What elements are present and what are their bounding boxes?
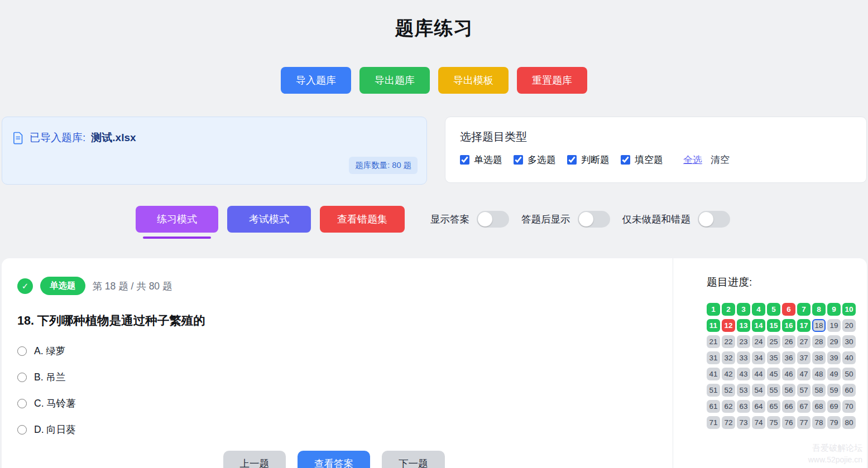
progress-cell-29[interactable]: 29 [827,335,841,348]
progress-cell-77[interactable]: 77 [797,416,811,429]
option-c-radio[interactable] [17,399,27,408]
progress-cell-59[interactable]: 59 [827,384,841,397]
progress-cell-18[interactable]: 18 [812,319,826,332]
single-choice-checkbox[interactable] [460,155,469,165]
progress-cell-76[interactable]: 76 [782,416,795,429]
progress-cell-3[interactable]: 3 [737,303,750,316]
progress-cell-2[interactable]: 2 [722,303,735,316]
progress-cell-72[interactable]: 72 [722,416,735,429]
progress-cell-20[interactable]: 20 [842,319,856,332]
progress-cell-31[interactable]: 31 [707,351,720,364]
progress-cell-41[interactable]: 41 [707,368,720,380]
type-checkbox-blank[interactable]: 填空题 [621,153,663,166]
progress-cell-36[interactable]: 36 [782,351,795,364]
progress-cell-6[interactable]: 6 [782,303,795,316]
only-undone-wrong-toggle[interactable] [698,211,730,228]
progress-cell-70[interactable]: 70 [842,400,856,413]
progress-cell-71[interactable]: 71 [707,416,720,429]
progress-cell-44[interactable]: 44 [752,368,765,380]
progress-cell-50[interactable]: 50 [842,368,856,380]
progress-cell-32[interactable]: 32 [722,351,735,364]
progress-cell-67[interactable]: 67 [797,400,811,413]
option-b-radio[interactable] [17,373,27,382]
progress-cell-37[interactable]: 37 [797,351,811,364]
progress-cell-65[interactable]: 65 [767,400,780,413]
progress-cell-60[interactable]: 60 [842,384,856,397]
progress-cell-35[interactable]: 35 [767,351,780,364]
progress-cell-19[interactable]: 19 [827,319,841,332]
progress-cell-1[interactable]: 1 [707,303,720,316]
import-bank-button[interactable]: 导入题库 [281,67,351,94]
progress-cell-79[interactable]: 79 [827,416,841,429]
progress-cell-5[interactable]: 5 [767,303,780,316]
progress-cell-58[interactable]: 58 [812,384,826,397]
type-checkbox-single[interactable]: 单选题 [460,153,502,166]
progress-cell-12[interactable]: 12 [722,319,735,332]
practice-mode-button[interactable]: 练习模式 [136,206,218,233]
view-answer-button[interactable]: 查看答案 [298,451,370,468]
progress-cell-56[interactable]: 56 [782,384,795,397]
progress-cell-55[interactable]: 55 [767,384,780,397]
option-c[interactable]: C. 马铃薯 [17,397,650,410]
show-answer-toggle[interactable] [477,211,509,228]
progress-cell-40[interactable]: 40 [842,351,856,364]
progress-cell-80[interactable]: 80 [842,416,856,429]
progress-cell-14[interactable]: 14 [752,319,765,332]
progress-cell-26[interactable]: 26 [782,335,795,348]
progress-cell-17[interactable]: 17 [797,319,811,332]
progress-cell-9[interactable]: 9 [827,303,841,316]
progress-cell-16[interactable]: 16 [782,319,795,332]
progress-cell-22[interactable]: 22 [722,335,735,348]
progress-cell-73[interactable]: 73 [737,416,750,429]
progress-cell-24[interactable]: 24 [752,335,765,348]
progress-cell-49[interactable]: 49 [827,368,841,380]
progress-cell-27[interactable]: 27 [797,335,811,348]
progress-cell-42[interactable]: 42 [722,368,735,380]
progress-cell-10[interactable]: 10 [842,303,856,316]
progress-cell-78[interactable]: 78 [812,416,826,429]
wrong-set-button[interactable]: 查看错题集 [320,206,405,233]
option-d-radio[interactable] [17,425,27,435]
progress-cell-63[interactable]: 63 [737,400,750,413]
progress-cell-66[interactable]: 66 [782,400,795,413]
progress-cell-7[interactable]: 7 [797,303,811,316]
progress-cell-74[interactable]: 74 [752,416,765,429]
option-d[interactable]: D. 向日葵 [17,423,650,436]
progress-cell-45[interactable]: 45 [767,368,780,380]
progress-cell-34[interactable]: 34 [752,351,765,364]
fill-blank-checkbox[interactable] [621,155,630,165]
progress-cell-54[interactable]: 54 [752,384,765,397]
progress-cell-57[interactable]: 57 [797,384,811,397]
progress-cell-68[interactable]: 68 [812,400,826,413]
option-a-radio[interactable] [17,346,27,356]
export-template-button[interactable]: 导出模板 [438,67,509,94]
exam-mode-button[interactable]: 考试模式 [227,206,311,233]
progress-cell-33[interactable]: 33 [737,351,750,364]
progress-cell-21[interactable]: 21 [707,335,720,348]
progress-cell-53[interactable]: 53 [737,384,750,397]
progress-cell-46[interactable]: 46 [782,368,795,380]
progress-cell-28[interactable]: 28 [812,335,826,348]
export-bank-button[interactable]: 导出题库 [359,67,430,94]
reset-bank-button[interactable]: 重置题库 [517,67,587,94]
progress-cell-64[interactable]: 64 [752,400,765,413]
progress-cell-8[interactable]: 8 [812,303,826,316]
progress-cell-4[interactable]: 4 [752,303,765,316]
progress-cell-48[interactable]: 48 [812,368,826,380]
true-false-checkbox[interactable] [567,155,577,165]
multi-choice-checkbox[interactable] [514,155,523,165]
progress-cell-11[interactable]: 11 [707,319,720,332]
progress-cell-62[interactable]: 62 [722,400,735,413]
progress-cell-39[interactable]: 39 [827,351,841,364]
progress-cell-47[interactable]: 47 [797,368,811,380]
progress-cell-43[interactable]: 43 [737,368,750,380]
progress-cell-61[interactable]: 61 [707,400,720,413]
progress-cell-23[interactable]: 23 [737,335,750,348]
progress-cell-25[interactable]: 25 [767,335,780,348]
type-checkbox-multi[interactable]: 多选题 [514,153,556,166]
option-b[interactable]: B. 吊兰 [17,370,650,384]
prev-question-button[interactable]: 上一题 [223,451,286,468]
progress-cell-15[interactable]: 15 [767,319,780,332]
progress-cell-52[interactable]: 52 [722,384,735,397]
progress-cell-13[interactable]: 13 [737,319,750,332]
